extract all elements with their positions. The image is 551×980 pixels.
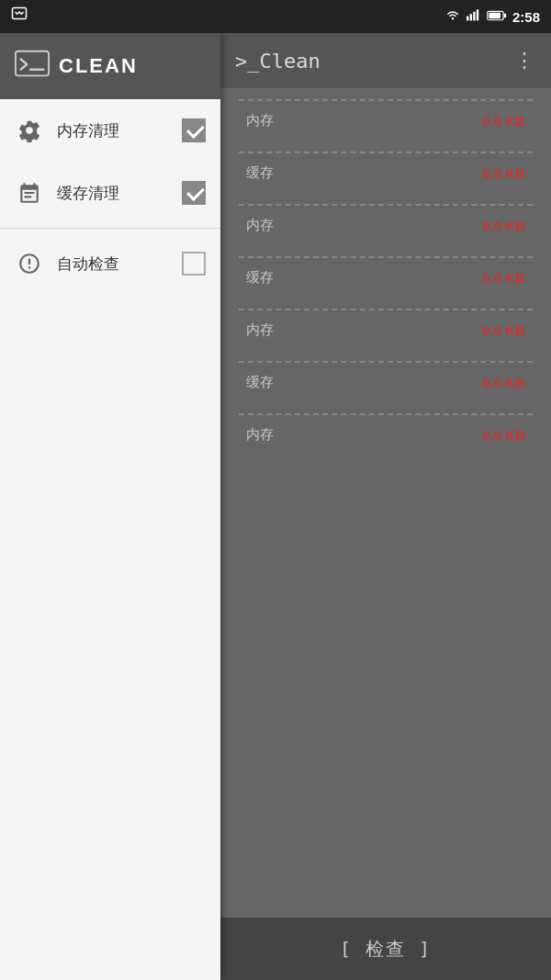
- list-value-5: 0.0 KB: [482, 322, 525, 338]
- sidebar-item-auto-check-label: 自动检查: [57, 253, 182, 275]
- list-label-2: 缓存: [246, 164, 274, 182]
- svg-rect-5: [477, 9, 478, 20]
- sidebar-item-auto-check[interactable]: 自动检查: [0, 232, 220, 295]
- cache-clean-checkbox[interactable]: [182, 181, 206, 205]
- bottom-bar: [ 检查 ]: [220, 918, 551, 980]
- sidebar-header: CLEAN: [0, 33, 220, 99]
- memory-clean-checkbox[interactable]: [182, 118, 206, 142]
- terminal-icon: [15, 47, 50, 85]
- svg-point-1: [452, 17, 454, 19]
- app-toolbar: >_Clean ⋮: [220, 33, 551, 88]
- notification-area: [11, 6, 28, 27]
- list-section-7: 内存 0.0 KB: [220, 413, 551, 455]
- list-item-5: 内存 0.0 KB: [220, 310, 551, 350]
- sidebar-menu: 内存清理 缓存清理: [0, 99, 220, 295]
- signal-icon: [467, 8, 481, 25]
- cache-icon: [15, 178, 44, 208]
- sidebar-item-memory-clean-label: 内存清理: [57, 120, 182, 141]
- list-section-2: 缓存 0.0 KB: [220, 152, 551, 193]
- svg-rect-3: [470, 14, 472, 20]
- list-section-6: 缓存 0.0 KB: [220, 361, 551, 402]
- list-value-7: 0.0 KB: [482, 427, 525, 443]
- list-value-1: 0.0 KB: [482, 113, 525, 129]
- sidebar-item-memory-clean[interactable]: 内存清理: [0, 99, 220, 162]
- app-title: >_Clean: [235, 50, 320, 73]
- list-item-4: 缓存 0.0 KB: [220, 258, 551, 298]
- list-scroll-area: 内存 0.0 KB 缓存 0.0 KB 内存 0.0 KB: [220, 88, 551, 918]
- status-time: 2:58: [512, 9, 540, 25]
- status-bar: 2:58: [0, 0, 551, 33]
- sidebar: CLEAN 内存清理: [0, 33, 220, 980]
- svg-rect-9: [16, 51, 49, 76]
- list-value-6: 0.0 KB: [482, 375, 525, 390]
- sidebar-divider: [0, 228, 220, 229]
- app-container: CLEAN 内存清理: [0, 33, 551, 980]
- list-label-6: 缓存: [246, 374, 274, 391]
- list-item-1: 内存 0.0 KB: [220, 101, 551, 141]
- svg-rect-8: [489, 13, 500, 18]
- list-section-5: 内存 0.0 KB: [220, 309, 551, 350]
- list-value-2: 0.0 KB: [482, 165, 525, 181]
- list-item-2: 缓存 0.0 KB: [220, 153, 551, 193]
- battery-icon: [487, 8, 507, 25]
- status-icons: 2:58: [444, 8, 540, 25]
- wifi-icon: [444, 8, 461, 25]
- auto-check-icon: [15, 249, 44, 278]
- check-button[interactable]: [ 检查 ]: [312, 928, 459, 971]
- list-item-6: 缓存 0.0 KB: [220, 363, 551, 402]
- svg-rect-7: [504, 14, 506, 18]
- list-label-5: 内存: [246, 321, 274, 339]
- settings-icon: [15, 116, 44, 145]
- svg-rect-4: [473, 12, 475, 21]
- more-vert-icon[interactable]: ⋮: [514, 49, 536, 73]
- main-content: >_Clean ⋮ 内存 0.0 KB 缓存 0.0 KB: [220, 33, 551, 980]
- svg-rect-0: [13, 8, 27, 19]
- svg-rect-2: [467, 17, 468, 21]
- list-label-3: 内存: [246, 217, 274, 234]
- sidebar-title: CLEAN: [59, 54, 138, 78]
- list-label-1: 内存: [246, 112, 274, 130]
- list-value-3: 0.0 KB: [482, 218, 525, 233]
- sidebar-item-cache-clean[interactable]: 缓存清理: [0, 162, 220, 224]
- list-item-3: 内存 0.0 KB: [220, 206, 551, 245]
- list-value-4: 0.0 KB: [482, 270, 525, 286]
- list-item-7: 内存 0.0 KB: [220, 415, 551, 455]
- list-section-1: 内存 0.0 KB: [220, 99, 551, 141]
- auto-check-checkbox[interactable]: [182, 252, 206, 276]
- list-section-4: 缓存 0.0 KB: [220, 256, 551, 298]
- list-label-4: 缓存: [246, 269, 274, 287]
- list-label-7: 内存: [246, 426, 274, 444]
- sidebar-item-cache-clean-label: 缓存清理: [57, 183, 182, 204]
- list-section-3: 内存 0.0 KB: [220, 204, 551, 245]
